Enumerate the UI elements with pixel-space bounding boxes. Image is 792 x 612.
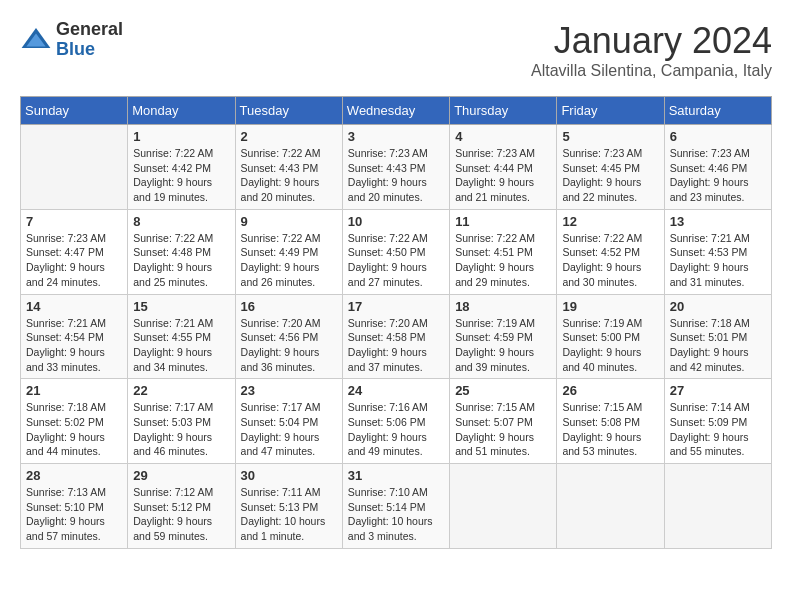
calendar-cell: 3Sunrise: 7:23 AM Sunset: 4:43 PM Daylig… [342, 125, 449, 210]
day-number: 14 [26, 299, 122, 314]
day-info: Sunrise: 7:17 AM Sunset: 5:04 PM Dayligh… [241, 400, 337, 459]
logo-general-text: General [56, 20, 123, 40]
weekday-header-sunday: Sunday [21, 97, 128, 125]
calendar-cell: 29Sunrise: 7:12 AM Sunset: 5:12 PM Dayli… [128, 464, 235, 549]
calendar-cell: 27Sunrise: 7:14 AM Sunset: 5:09 PM Dayli… [664, 379, 771, 464]
week-row-5: 28Sunrise: 7:13 AM Sunset: 5:10 PM Dayli… [21, 464, 772, 549]
day-info: Sunrise: 7:19 AM Sunset: 5:00 PM Dayligh… [562, 316, 658, 375]
day-info: Sunrise: 7:23 AM Sunset: 4:45 PM Dayligh… [562, 146, 658, 205]
week-row-2: 7Sunrise: 7:23 AM Sunset: 4:47 PM Daylig… [21, 209, 772, 294]
calendar-cell: 30Sunrise: 7:11 AM Sunset: 5:13 PM Dayli… [235, 464, 342, 549]
calendar-cell: 19Sunrise: 7:19 AM Sunset: 5:00 PM Dayli… [557, 294, 664, 379]
calendar-cell: 10Sunrise: 7:22 AM Sunset: 4:50 PM Dayli… [342, 209, 449, 294]
calendar-cell: 6Sunrise: 7:23 AM Sunset: 4:46 PM Daylig… [664, 125, 771, 210]
day-info: Sunrise: 7:22 AM Sunset: 4:42 PM Dayligh… [133, 146, 229, 205]
day-number: 17 [348, 299, 444, 314]
calendar-cell: 24Sunrise: 7:16 AM Sunset: 5:06 PM Dayli… [342, 379, 449, 464]
day-info: Sunrise: 7:22 AM Sunset: 4:48 PM Dayligh… [133, 231, 229, 290]
day-info: Sunrise: 7:22 AM Sunset: 4:50 PM Dayligh… [348, 231, 444, 290]
calendar-cell: 18Sunrise: 7:19 AM Sunset: 4:59 PM Dayli… [450, 294, 557, 379]
day-info: Sunrise: 7:16 AM Sunset: 5:06 PM Dayligh… [348, 400, 444, 459]
calendar-cell: 14Sunrise: 7:21 AM Sunset: 4:54 PM Dayli… [21, 294, 128, 379]
day-number: 23 [241, 383, 337, 398]
logo: General Blue [20, 20, 123, 60]
calendar-cell [450, 464, 557, 549]
weekday-header-row: SundayMondayTuesdayWednesdayThursdayFrid… [21, 97, 772, 125]
day-number: 16 [241, 299, 337, 314]
calendar-cell: 15Sunrise: 7:21 AM Sunset: 4:55 PM Dayli… [128, 294, 235, 379]
day-info: Sunrise: 7:18 AM Sunset: 5:02 PM Dayligh… [26, 400, 122, 459]
day-info: Sunrise: 7:12 AM Sunset: 5:12 PM Dayligh… [133, 485, 229, 544]
day-info: Sunrise: 7:21 AM Sunset: 4:54 PM Dayligh… [26, 316, 122, 375]
day-number: 30 [241, 468, 337, 483]
day-info: Sunrise: 7:23 AM Sunset: 4:47 PM Dayligh… [26, 231, 122, 290]
location-title: Altavilla Silentina, Campania, Italy [531, 62, 772, 80]
day-number: 22 [133, 383, 229, 398]
calendar-cell: 1Sunrise: 7:22 AM Sunset: 4:42 PM Daylig… [128, 125, 235, 210]
day-number: 13 [670, 214, 766, 229]
logo-blue-text: Blue [56, 40, 123, 60]
week-row-1: 1Sunrise: 7:22 AM Sunset: 4:42 PM Daylig… [21, 125, 772, 210]
day-number: 28 [26, 468, 122, 483]
day-number: 12 [562, 214, 658, 229]
day-info: Sunrise: 7:20 AM Sunset: 4:58 PM Dayligh… [348, 316, 444, 375]
calendar-cell: 12Sunrise: 7:22 AM Sunset: 4:52 PM Dayli… [557, 209, 664, 294]
calendar-cell: 7Sunrise: 7:23 AM Sunset: 4:47 PM Daylig… [21, 209, 128, 294]
calendar-cell: 25Sunrise: 7:15 AM Sunset: 5:07 PM Dayli… [450, 379, 557, 464]
day-number: 11 [455, 214, 551, 229]
day-info: Sunrise: 7:23 AM Sunset: 4:46 PM Dayligh… [670, 146, 766, 205]
day-info: Sunrise: 7:21 AM Sunset: 4:53 PM Dayligh… [670, 231, 766, 290]
day-info: Sunrise: 7:14 AM Sunset: 5:09 PM Dayligh… [670, 400, 766, 459]
calendar-cell: 8Sunrise: 7:22 AM Sunset: 4:48 PM Daylig… [128, 209, 235, 294]
weekday-header-thursday: Thursday [450, 97, 557, 125]
day-number: 7 [26, 214, 122, 229]
day-info: Sunrise: 7:22 AM Sunset: 4:51 PM Dayligh… [455, 231, 551, 290]
weekday-header-tuesday: Tuesday [235, 97, 342, 125]
calendar-cell: 13Sunrise: 7:21 AM Sunset: 4:53 PM Dayli… [664, 209, 771, 294]
calendar-cell: 28Sunrise: 7:13 AM Sunset: 5:10 PM Dayli… [21, 464, 128, 549]
day-number: 2 [241, 129, 337, 144]
day-number: 4 [455, 129, 551, 144]
day-number: 25 [455, 383, 551, 398]
weekday-header-saturday: Saturday [664, 97, 771, 125]
day-info: Sunrise: 7:22 AM Sunset: 4:52 PM Dayligh… [562, 231, 658, 290]
day-info: Sunrise: 7:11 AM Sunset: 5:13 PM Dayligh… [241, 485, 337, 544]
week-row-4: 21Sunrise: 7:18 AM Sunset: 5:02 PM Dayli… [21, 379, 772, 464]
day-number: 19 [562, 299, 658, 314]
day-info: Sunrise: 7:21 AM Sunset: 4:55 PM Dayligh… [133, 316, 229, 375]
day-info: Sunrise: 7:20 AM Sunset: 4:56 PM Dayligh… [241, 316, 337, 375]
day-info: Sunrise: 7:10 AM Sunset: 5:14 PM Dayligh… [348, 485, 444, 544]
calendar-cell: 5Sunrise: 7:23 AM Sunset: 4:45 PM Daylig… [557, 125, 664, 210]
calendar-cell: 26Sunrise: 7:15 AM Sunset: 5:08 PM Dayli… [557, 379, 664, 464]
day-number: 15 [133, 299, 229, 314]
calendar-cell: 17Sunrise: 7:20 AM Sunset: 4:58 PM Dayli… [342, 294, 449, 379]
day-number: 18 [455, 299, 551, 314]
calendar-cell: 21Sunrise: 7:18 AM Sunset: 5:02 PM Dayli… [21, 379, 128, 464]
week-row-3: 14Sunrise: 7:21 AM Sunset: 4:54 PM Dayli… [21, 294, 772, 379]
calendar-cell: 16Sunrise: 7:20 AM Sunset: 4:56 PM Dayli… [235, 294, 342, 379]
weekday-header-friday: Friday [557, 97, 664, 125]
title-section: January 2024 Altavilla Silentina, Campan… [531, 20, 772, 80]
day-info: Sunrise: 7:22 AM Sunset: 4:49 PM Dayligh… [241, 231, 337, 290]
day-number: 3 [348, 129, 444, 144]
day-number: 29 [133, 468, 229, 483]
calendar-cell: 4Sunrise: 7:23 AM Sunset: 4:44 PM Daylig… [450, 125, 557, 210]
day-number: 9 [241, 214, 337, 229]
calendar-cell: 11Sunrise: 7:22 AM Sunset: 4:51 PM Dayli… [450, 209, 557, 294]
day-info: Sunrise: 7:23 AM Sunset: 4:43 PM Dayligh… [348, 146, 444, 205]
calendar-cell: 9Sunrise: 7:22 AM Sunset: 4:49 PM Daylig… [235, 209, 342, 294]
page-header: General Blue January 2024 Altavilla Sile… [20, 20, 772, 80]
day-number: 10 [348, 214, 444, 229]
month-title: January 2024 [531, 20, 772, 62]
day-info: Sunrise: 7:18 AM Sunset: 5:01 PM Dayligh… [670, 316, 766, 375]
day-info: Sunrise: 7:23 AM Sunset: 4:44 PM Dayligh… [455, 146, 551, 205]
day-number: 1 [133, 129, 229, 144]
calendar-cell [664, 464, 771, 549]
day-info: Sunrise: 7:19 AM Sunset: 4:59 PM Dayligh… [455, 316, 551, 375]
calendar-cell: 31Sunrise: 7:10 AM Sunset: 5:14 PM Dayli… [342, 464, 449, 549]
calendar-cell: 20Sunrise: 7:18 AM Sunset: 5:01 PM Dayli… [664, 294, 771, 379]
day-number: 27 [670, 383, 766, 398]
day-number: 31 [348, 468, 444, 483]
day-number: 26 [562, 383, 658, 398]
day-info: Sunrise: 7:22 AM Sunset: 4:43 PM Dayligh… [241, 146, 337, 205]
